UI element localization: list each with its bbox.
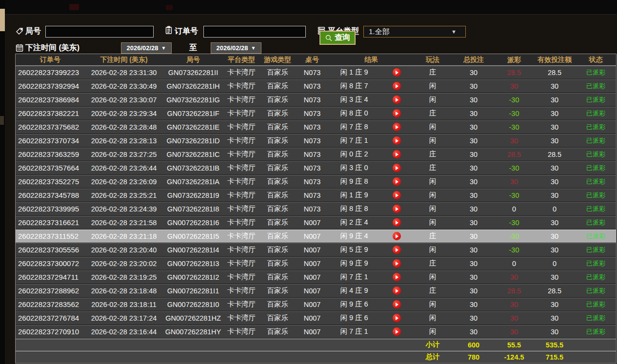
table-number: N073 xyxy=(296,178,329,186)
search-button[interactable]: 查询 xyxy=(319,31,356,45)
play-icon[interactable] xyxy=(393,314,401,322)
game-type: 百家乐 xyxy=(259,204,296,213)
play-icon[interactable] xyxy=(393,96,401,104)
play-icon[interactable] xyxy=(393,109,401,117)
table-row[interactable]: 260228237283562 2026-02-28 23:18:11 GN00… xyxy=(16,298,616,311)
table-number: N073 xyxy=(296,110,329,117)
game-type: 百家乐 xyxy=(259,218,296,227)
orders-table: 订单号 下注时间 (美东) 局号 平台类型 游戏类型 桌号 结果 玩法 总投注 … xyxy=(15,54,617,364)
table-row[interactable]: 260228237311552 2026-02-28 23:21:18 GN00… xyxy=(16,230,616,243)
table-row[interactable]: 260228237294711 2026-02-28 23:19:25 GN00… xyxy=(16,270,616,284)
table-row[interactable]: 260228237316621 2026-02-28 23:21:58 GN00… xyxy=(16,216,616,230)
table-row[interactable]: 260228237363259 2026-02-28 23:27:25 GN07… xyxy=(16,148,616,161)
table-number: N073 xyxy=(296,164,329,172)
table-number: N007 xyxy=(296,328,329,336)
play-icon[interactable] xyxy=(393,205,401,213)
game-type: 百家乐 xyxy=(259,231,296,241)
result-text: 闲 2 庄 4 xyxy=(329,218,379,227)
result-text: 闲 7 庄 1 xyxy=(329,272,379,282)
game-type: 百家乐 xyxy=(259,136,296,145)
table-row[interactable]: 260228237305556 2026-02-28 23:20:40 GN00… xyxy=(16,243,616,257)
play-icon[interactable] xyxy=(393,136,401,145)
status-badge: 已派彩 xyxy=(577,164,615,172)
play-icon[interactable] xyxy=(393,164,401,172)
game-type: 百家乐 xyxy=(259,150,296,159)
round-input[interactable] xyxy=(45,26,154,38)
subtotal-bet: 600 xyxy=(452,341,496,349)
play-icon[interactable] xyxy=(393,68,401,77)
order-number: 260228237300072 xyxy=(16,259,85,268)
bet-time: 2026-02-28 23:31:30 xyxy=(85,69,163,77)
play-icon[interactable] xyxy=(393,287,401,295)
total-bet: 30 xyxy=(452,205,496,213)
play-icon[interactable] xyxy=(393,273,401,281)
table-row[interactable]: 260228237370734 2026-02-28 23:28:13 GN07… xyxy=(16,134,616,148)
valid-bet: 30 xyxy=(533,314,577,322)
bet-type: 闲 xyxy=(414,218,452,227)
table-body: 260228237399223 2026-02-28 23:31:30 GN07… xyxy=(16,66,616,339)
play-icon[interactable] xyxy=(393,191,401,199)
total-bet: 30 xyxy=(452,246,496,254)
status-badge: 已派彩 xyxy=(577,177,615,186)
table-row[interactable]: 260228237352275 2026-02-28 23:26:09 GN07… xyxy=(16,175,616,189)
total-valid: 715.5 xyxy=(533,353,577,361)
play-icon[interactable] xyxy=(393,327,401,336)
payout-amount: 0 xyxy=(496,205,533,213)
order-input[interactable] xyxy=(203,26,306,38)
valid-bet: 30 xyxy=(533,137,577,145)
valid-bet: 0 xyxy=(533,260,577,268)
table-row[interactable]: 260228237375682 2026-02-28 23:28:48 GN07… xyxy=(16,120,616,134)
table-row[interactable]: 260228237392994 2026-02-28 23:30:49 GN07… xyxy=(16,79,616,93)
result-text: 闲 0 庄 2 xyxy=(329,150,379,159)
valid-bet: 30 xyxy=(533,164,577,172)
result-text: 闲 9 庄 6 xyxy=(329,313,379,323)
order-number: 260228237305556 xyxy=(16,246,85,254)
table-row[interactable]: 260228237339995 2026-02-28 23:24:39 GN07… xyxy=(16,202,616,216)
platform-type: 卡卡湾厅 xyxy=(223,300,259,309)
game-type: 百家乐 xyxy=(259,163,296,172)
platform-type: 卡卡湾厅 xyxy=(223,81,259,91)
platform-select-value: 1.全部 xyxy=(369,27,390,37)
round-number: GN007262281I3 xyxy=(163,260,223,268)
play-icon[interactable] xyxy=(393,259,401,268)
play-icon[interactable] xyxy=(393,246,401,254)
status-badge: 已派彩 xyxy=(577,327,615,336)
platform-select[interactable]: 1.全部 ▼ xyxy=(363,26,466,38)
result-text: 闲 7 庄 8 xyxy=(329,122,379,132)
total-bet: 30 xyxy=(452,328,496,336)
table-row[interactable]: 260228237357664 2026-02-28 23:26:44 GN07… xyxy=(16,161,616,175)
table-row[interactable]: 260228237300072 2026-02-28 23:20:02 GN00… xyxy=(16,257,616,270)
table-row[interactable]: 260228237345788 2026-02-28 23:25:21 GN07… xyxy=(16,189,616,202)
chevron-down-icon: ▼ xyxy=(251,45,256,51)
game-type: 百家乐 xyxy=(259,245,296,254)
table-row[interactable]: 260228237270910 2026-02-28 23:16:44 GN00… xyxy=(16,325,616,339)
round-number: GN073262281I8 xyxy=(163,205,223,213)
payout-amount: -30 xyxy=(496,232,533,240)
status-badge: 已派彩 xyxy=(577,232,615,241)
play-icon[interactable] xyxy=(393,218,401,227)
table-row[interactable]: 260228237399223 2026-02-28 23:31:30 GN07… xyxy=(16,66,616,79)
valid-bet: 28.5 xyxy=(533,69,577,77)
table-row[interactable]: 260228237382221 2026-02-28 23:29:34 GN07… xyxy=(16,107,616,120)
play-icon[interactable] xyxy=(393,150,401,158)
game-type: 百家乐 xyxy=(259,300,296,309)
date-from-select[interactable]: 2026/02/28 ▼ xyxy=(121,42,172,54)
magnifier-icon xyxy=(325,34,333,42)
round-number: GN073262281ID xyxy=(163,137,223,145)
table-number: N073 xyxy=(296,123,329,131)
bet-type: 闲 xyxy=(414,204,452,213)
result-text: 闲 8 庄 0 xyxy=(329,109,379,118)
play-icon[interactable] xyxy=(393,232,401,240)
bet-type: 闲 xyxy=(414,327,452,336)
table-row[interactable]: 260228237288962 2026-02-28 23:18:48 GN00… xyxy=(16,284,616,298)
play-icon[interactable] xyxy=(393,177,401,186)
play-icon[interactable] xyxy=(393,300,401,308)
valid-bet: 30 xyxy=(533,273,577,281)
platform-type: 卡卡湾厅 xyxy=(223,313,259,323)
play-icon[interactable] xyxy=(393,82,401,90)
date-to-select[interactable]: 2026/02/28 ▼ xyxy=(211,42,261,54)
play-icon[interactable] xyxy=(393,123,401,131)
order-number: 260228237276784 xyxy=(16,314,85,322)
table-row[interactable]: 260228237386984 2026-02-28 23:30:07 GN07… xyxy=(16,93,616,107)
table-row[interactable]: 260228237276784 2026-02-28 23:17:24 GN00… xyxy=(16,311,616,325)
